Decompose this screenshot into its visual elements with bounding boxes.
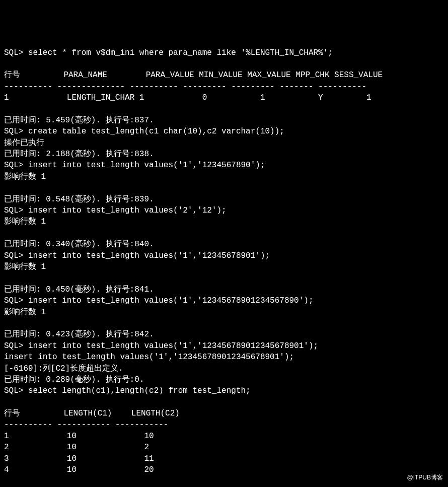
terminal-line	[4, 182, 444, 193]
terminal-line: 已用时间: 0.340(毫秒). 执行号:840.	[4, 239, 444, 250]
terminal-line: 2 10 2	[4, 442, 444, 453]
terminal-line	[4, 58, 444, 69]
terminal-line: ---------- -------------- ---------- ---…	[4, 81, 444, 92]
terminal-line: SQL> select length(c1),length(c2) from t…	[4, 385, 444, 396]
terminal-line	[4, 104, 444, 115]
terminal-line: 1 LENGTH_IN_CHAR 1 0 1 Y 1	[4, 92, 444, 103]
terminal-line: 已用时间: 5.459(毫秒). 执行号:837.	[4, 115, 444, 126]
terminal-line: SQL> create table test_length(c1 char(10…	[4, 126, 444, 137]
terminal-line: 影响行数 1	[4, 307, 444, 318]
terminal-line	[4, 318, 444, 329]
terminal-line: 已用时间: 0.450(毫秒). 执行号:841.	[4, 284, 444, 295]
terminal-line: SQL> insert into test_length values('2',…	[4, 205, 444, 216]
terminal-output[interactable]: SQL> select * from v$dm_ini where para_n…	[4, 47, 444, 487]
terminal-line: 操作已执行	[4, 137, 444, 149]
terminal-line: SQL> insert into test_length values('1',…	[4, 160, 444, 171]
terminal-line: insert into test_length values('1','1234…	[4, 352, 444, 363]
watermark-label: @ITPUB博客	[407, 473, 443, 482]
terminal-line	[4, 397, 444, 408]
terminal-line: ---------- ----------- -----------	[4, 419, 444, 430]
terminal-line	[4, 272, 444, 284]
terminal-line: SQL> select * from v$dm_ini where para_n…	[4, 47, 444, 58]
terminal-line: 1 10 10	[4, 431, 444, 442]
terminal-line: 4 10 20	[4, 464, 444, 475]
terminal-line: [-6169]:列[C2]长度超出定义.	[4, 363, 444, 374]
terminal-line: 行号 LENGTH(C1) LENGTH(C2)	[4, 408, 444, 419]
terminal-line: SQL> insert into test_length values('1',…	[4, 250, 444, 261]
terminal-line: 影响行数 1	[4, 171, 444, 182]
terminal-line: 已用时间: 0.289(毫秒). 执行号:0.	[4, 374, 444, 385]
terminal-line: 已用时间: 2.188(毫秒). 执行号:838.	[4, 149, 444, 160]
terminal-line: 行号 PARA_NAME PARA_VALUE MIN_VALUE MAX_VA…	[4, 69, 444, 81]
terminal-line: 影响行数 1	[4, 216, 444, 227]
terminal-line: 已用时间: 0.548(毫秒). 执行号:839.	[4, 194, 444, 205]
terminal-line	[4, 228, 444, 239]
terminal-line: 影响行数 1	[4, 261, 444, 272]
terminal-line: 3 10 11	[4, 453, 444, 464]
terminal-line: SQL> insert into test_length values('1',…	[4, 340, 444, 352]
terminal-line: 已用时间: 0.423(毫秒). 执行号:842.	[4, 329, 444, 340]
terminal-line	[4, 475, 444, 486]
terminal-line: SQL> insert into test_length values('1',…	[4, 295, 444, 306]
